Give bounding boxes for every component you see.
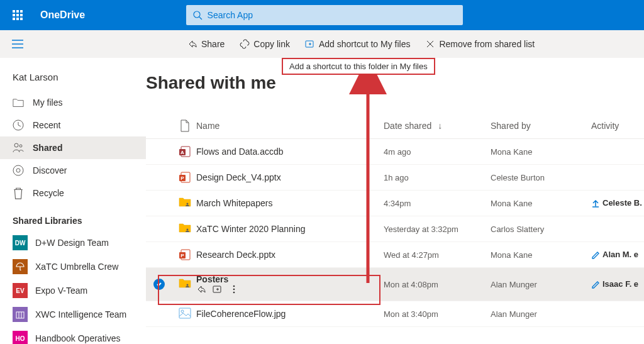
file-name[interactable]: March Whitepapers	[196, 198, 384, 208]
date-shared: 4:34pm	[384, 199, 491, 208]
library-icon: DW	[13, 235, 28, 250]
app-header: OneDrive	[0, 0, 644, 30]
nav-label: Discover	[33, 165, 67, 175]
file-name[interactable]: FileCoherenceFlow.jpg	[196, 309, 384, 319]
folder-icon	[13, 97, 24, 108]
date-shared: 1h ago	[384, 173, 491, 182]
library-item[interactable]: DWD+W Design Team	[0, 231, 146, 255]
link-icon	[240, 39, 250, 49]
row-share-icon[interactable]	[196, 284, 206, 294]
row-more-icon[interactable]	[229, 284, 239, 294]
row-shortcut-icon[interactable]	[213, 284, 223, 294]
nav-item-recycle[interactable]: Recycle	[0, 182, 146, 204]
file-name[interactable]: Research Deck.pptx	[196, 250, 384, 260]
person-icon	[13, 142, 24, 153]
sidebar: Kat Larson My filesRecentSharedDiscoverR…	[0, 58, 146, 344]
file-header-icon	[180, 119, 190, 132]
table-row[interactable]: PDesign Deck_V4.pptx1h agoCeleste Burton	[146, 165, 644, 191]
col-name[interactable]: Name	[196, 121, 384, 131]
nav-item-discover[interactable]: Discover	[0, 159, 146, 182]
svg-rect-33	[179, 308, 191, 318]
svg-point-0	[194, 11, 200, 18]
col-date[interactable]: Date shared ↓	[384, 121, 491, 131]
row-checkbox[interactable]	[153, 279, 165, 290]
library-item[interactable]: XWC Intelligence Team	[0, 302, 146, 326]
search-icon	[192, 10, 203, 20]
user-name: Kat Larson	[0, 68, 146, 91]
svg-rect-14	[16, 312, 24, 318]
activity-edit-icon	[591, 280, 600, 289]
nav-toggle[interactable]	[8, 40, 28, 48]
nav-item-recent[interactable]: Recent	[0, 114, 146, 136]
main-content: Shared with me Name Date shared ↓ Shared…	[146, 58, 644, 344]
add-shortcut-button[interactable]: Add shortcut to My files	[299, 35, 417, 53]
file-type-icon: A	[174, 145, 196, 158]
file-name[interactable]: Posters	[196, 274, 384, 294]
svg-point-32	[233, 292, 235, 294]
svg-text:A: A	[180, 150, 184, 155]
table-header: Name Date shared ↓ Shared by Activity	[146, 113, 644, 139]
shared-by: Alan Munger	[491, 309, 591, 319]
shortcut-icon	[305, 39, 315, 49]
close-icon	[425, 39, 435, 49]
svg-point-24	[187, 229, 189, 231]
shared-by: Carlos Slattery	[491, 225, 591, 234]
file-name[interactable]: XaTC Winter 2020 Planning	[196, 224, 384, 234]
table-row[interactable]: PResearch Deck.pptxWed at 4:27pmMona Kan…	[146, 242, 644, 268]
app-launcher[interactable]	[5, 3, 30, 28]
discover-icon	[13, 165, 24, 176]
svg-point-31	[233, 289, 235, 291]
brand-name: OneDrive	[40, 9, 85, 21]
svg-point-13	[16, 169, 20, 172]
shared-by: Mona Kane	[491, 199, 591, 208]
nav-label: My files	[33, 97, 62, 108]
activity-cell: Celeste B.	[591, 198, 644, 208]
nav-item-shared[interactable]: Shared	[0, 136, 146, 159]
shared-by: Celeste Burton	[491, 173, 591, 182]
file-type-icon	[174, 278, 196, 291]
table-row[interactable]: PostersMon at 4:08pmAlan MungerIsaac F. …	[146, 268, 644, 301]
date-shared: 4m ago	[384, 147, 491, 157]
shared-libraries-title: Shared Libraries	[0, 204, 146, 231]
library-label: Expo V-Team	[35, 286, 87, 296]
svg-point-11	[19, 145, 22, 147]
activity-cell: Alan M. e	[591, 250, 644, 260]
svg-text:P: P	[180, 175, 184, 181]
library-label: XWC Intelligence Team	[35, 309, 126, 319]
share-button[interactable]: Share	[181, 35, 231, 53]
col-shared-by[interactable]: Shared by	[491, 121, 591, 131]
clock-icon	[13, 119, 24, 131]
search-box[interactable]	[186, 5, 463, 25]
command-bar: Share Copy link Add shortcut to My files…	[0, 30, 644, 58]
table-row[interactable]: AFlows and Data.accdb4m agoMona Kane	[146, 139, 644, 165]
activity-edit-icon	[591, 251, 600, 260]
nav-item-my-files[interactable]: My files	[0, 91, 146, 114]
nav-label: Recent	[33, 120, 60, 130]
date-shared: Mon at 3:40pm	[384, 309, 491, 319]
file-name[interactable]: Design Deck_V4.pptx	[196, 172, 384, 182]
library-label: XaTC Umbrella Crew	[35, 262, 118, 272]
file-name[interactable]: Flows and Data.accdb	[196, 147, 384, 157]
activity-upload-icon	[591, 199, 600, 208]
library-item[interactable]: HOHandbook Operatives	[0, 326, 146, 344]
remove-button[interactable]: Remove from shared list	[419, 35, 541, 53]
library-label: Handbook Operatives	[35, 333, 120, 343]
svg-point-30	[233, 286, 235, 287]
svg-point-10	[14, 143, 18, 147]
copy-link-button[interactable]: Copy link	[233, 35, 296, 53]
table-row[interactable]: XaTC Winter 2020 PlanningYesterday at 3:…	[146, 216, 644, 242]
library-item[interactable]: XaTC Umbrella Crew	[0, 255, 146, 279]
file-type-icon	[174, 197, 196, 209]
page-title: Shared with me	[146, 73, 644, 113]
svg-line-1	[199, 17, 202, 19]
col-activity[interactable]: Activity	[591, 121, 644, 131]
shared-by: Alan Munger	[491, 280, 591, 289]
share-icon	[187, 39, 197, 49]
search-input[interactable]	[208, 10, 457, 20]
table-row[interactable]: FileCoherenceFlow.jpgMon at 3:40pmAlan M…	[146, 301, 644, 327]
library-label: D+W Design Team	[35, 238, 109, 248]
table-row[interactable]: March Whitepapers4:34pmMona KaneCeleste …	[146, 191, 644, 216]
nav-label: Shared	[33, 143, 62, 153]
file-type-icon: P	[174, 248, 196, 261]
library-item[interactable]: EVExpo V-Team	[0, 279, 146, 302]
